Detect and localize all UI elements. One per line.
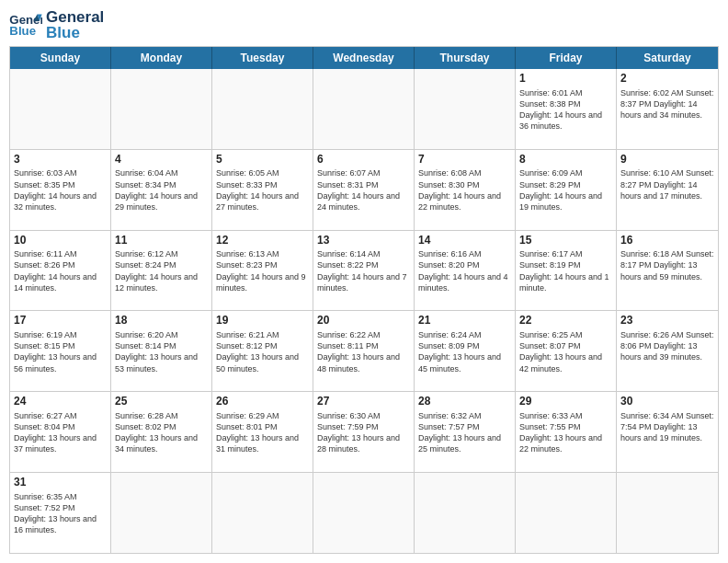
day-number: 24 (14, 395, 107, 409)
calendar-cell (617, 473, 718, 553)
calendar-cell: 8Sunrise: 6:09 AM Sunset: 8:29 PM Daylig… (516, 150, 617, 230)
calendar-cell (212, 473, 313, 553)
header-tuesday: Tuesday (212, 47, 313, 69)
calendar-cell: 20Sunrise: 6:22 AM Sunset: 8:11 PM Dayli… (313, 311, 415, 391)
day-info: Sunrise: 6:10 AM Sunset: 8:27 PM Dayligh… (620, 167, 714, 201)
calendar-cell (111, 473, 212, 553)
calendar-cell: 25Sunrise: 6:28 AM Sunset: 8:02 PM Dayli… (111, 392, 212, 472)
day-number: 7 (418, 153, 511, 167)
calendar-cell: 9Sunrise: 6:10 AM Sunset: 8:27 PM Daylig… (617, 150, 718, 230)
day-info: Sunrise: 6:35 AM Sunset: 7:52 PM Dayligh… (14, 491, 107, 536)
day-number: 29 (519, 395, 612, 409)
day-info: Sunrise: 6:08 AM Sunset: 8:30 PM Dayligh… (418, 167, 511, 213)
calendar-cell: 1Sunrise: 6:01 AM Sunset: 8:38 PM Daylig… (516, 69, 617, 149)
header-monday: Monday (111, 47, 212, 69)
day-number: 15 (519, 234, 612, 248)
day-number: 12 (216, 234, 309, 248)
calendar-cell: 10Sunrise: 6:11 AM Sunset: 8:26 PM Dayli… (10, 231, 111, 311)
calendar-week-3: 10Sunrise: 6:11 AM Sunset: 8:26 PM Dayli… (10, 231, 718, 312)
day-number: 10 (14, 234, 107, 248)
logo-general: General (46, 9, 104, 25)
calendar-cell: 16Sunrise: 6:18 AM Sunset: 8:17 PM Dayli… (617, 231, 718, 311)
day-number: 3 (14, 153, 107, 167)
day-info: Sunrise: 6:26 AM Sunset: 8:06 PM Dayligh… (620, 329, 714, 362)
calendar-cell: 3Sunrise: 6:03 AM Sunset: 8:35 PM Daylig… (10, 150, 111, 230)
calendar-cell: 29Sunrise: 6:33 AM Sunset: 7:55 PM Dayli… (516, 392, 617, 472)
day-info: Sunrise: 6:21 AM Sunset: 8:12 PM Dayligh… (216, 329, 309, 374)
day-info: Sunrise: 6:13 AM Sunset: 8:23 PM Dayligh… (216, 248, 309, 293)
day-number: 9 (620, 153, 714, 167)
day-number: 21 (418, 314, 511, 328)
calendar-cell: 18Sunrise: 6:20 AM Sunset: 8:14 PM Dayli… (111, 311, 212, 391)
day-info: Sunrise: 6:28 AM Sunset: 8:02 PM Dayligh… (115, 410, 208, 455)
day-number: 8 (519, 153, 612, 167)
calendar-cell (313, 473, 415, 553)
header-wednesday: Wednesday (313, 47, 415, 69)
header-friday: Friday (516, 47, 617, 69)
day-number: 17 (14, 314, 107, 328)
day-info: Sunrise: 6:01 AM Sunset: 8:38 PM Dayligh… (519, 87, 612, 132)
day-info: Sunrise: 6:30 AM Sunset: 7:59 PM Dayligh… (317, 410, 410, 455)
calendar-header: Sunday Monday Tuesday Wednesday Thursday… (10, 47, 718, 69)
calendar-week-6: 31Sunrise: 6:35 AM Sunset: 7:52 PM Dayli… (10, 473, 718, 553)
day-number: 2 (620, 72, 714, 86)
day-info: Sunrise: 6:25 AM Sunset: 8:07 PM Dayligh… (519, 329, 612, 374)
calendar-cell: 12Sunrise: 6:13 AM Sunset: 8:23 PM Dayli… (212, 231, 313, 311)
day-info: Sunrise: 6:32 AM Sunset: 7:57 PM Dayligh… (418, 410, 511, 455)
day-info: Sunrise: 6:24 AM Sunset: 8:09 PM Dayligh… (418, 329, 511, 374)
day-info: Sunrise: 6:11 AM Sunset: 8:26 PM Dayligh… (14, 248, 107, 293)
logo-blue: Blue (46, 25, 104, 40)
day-number: 22 (519, 314, 612, 328)
calendar-cell: 5Sunrise: 6:05 AM Sunset: 8:33 PM Daylig… (212, 150, 313, 230)
day-number: 18 (115, 314, 208, 328)
day-info: Sunrise: 6:05 AM Sunset: 8:33 PM Dayligh… (216, 167, 309, 213)
calendar-cell (415, 69, 516, 149)
calendar-cell: 7Sunrise: 6:08 AM Sunset: 8:30 PM Daylig… (415, 150, 516, 230)
day-info: Sunrise: 6:29 AM Sunset: 8:01 PM Dayligh… (216, 410, 309, 455)
day-number: 6 (317, 153, 410, 167)
calendar-cell: 13Sunrise: 6:14 AM Sunset: 8:22 PM Dayli… (313, 231, 415, 311)
calendar: Sunday Monday Tuesday Wednesday Thursday… (9, 46, 719, 554)
day-info: Sunrise: 6:16 AM Sunset: 8:20 PM Dayligh… (418, 248, 511, 293)
day-info: Sunrise: 6:20 AM Sunset: 8:14 PM Dayligh… (115, 329, 208, 374)
day-info: Sunrise: 6:07 AM Sunset: 8:31 PM Dayligh… (317, 167, 410, 213)
calendar-cell: 19Sunrise: 6:21 AM Sunset: 8:12 PM Dayli… (212, 311, 313, 391)
calendar-body: 1Sunrise: 6:01 AM Sunset: 8:38 PM Daylig… (10, 69, 718, 553)
day-info: Sunrise: 6:03 AM Sunset: 8:35 PM Dayligh… (14, 167, 107, 213)
day-number: 11 (115, 234, 208, 248)
header-sunday: Sunday (10, 47, 111, 69)
calendar-cell: 2Sunrise: 6:02 AM Sunset: 8:37 PM Daylig… (617, 69, 718, 149)
day-number: 19 (216, 314, 309, 328)
header: General Blue General Blue (9, 9, 719, 40)
day-number: 4 (115, 153, 208, 167)
day-number: 16 (620, 234, 714, 248)
calendar-week-5: 24Sunrise: 6:27 AM Sunset: 8:04 PM Dayli… (10, 392, 718, 473)
day-info: Sunrise: 6:09 AM Sunset: 8:29 PM Dayligh… (519, 167, 612, 213)
day-number: 23 (620, 314, 714, 328)
calendar-week-4: 17Sunrise: 6:19 AM Sunset: 8:15 PM Dayli… (10, 311, 718, 392)
day-info: Sunrise: 6:18 AM Sunset: 8:17 PM Dayligh… (620, 248, 714, 282)
day-info: Sunrise: 6:14 AM Sunset: 8:22 PM Dayligh… (317, 248, 410, 293)
day-info: Sunrise: 6:17 AM Sunset: 8:19 PM Dayligh… (519, 248, 612, 293)
generalblue-icon: General Blue (9, 11, 42, 39)
day-number: 27 (317, 395, 410, 409)
day-number: 30 (620, 395, 714, 409)
logo: General Blue General Blue (9, 9, 104, 40)
calendar-cell (415, 473, 516, 553)
calendar-cell: 28Sunrise: 6:32 AM Sunset: 7:57 PM Dayli… (415, 392, 516, 472)
calendar-week-2: 3Sunrise: 6:03 AM Sunset: 8:35 PM Daylig… (10, 150, 718, 231)
calendar-cell: 30Sunrise: 6:34 AM Sunset: 7:54 PM Dayli… (617, 392, 718, 472)
day-number: 1 (519, 72, 612, 86)
calendar-cell: 24Sunrise: 6:27 AM Sunset: 8:04 PM Dayli… (10, 392, 111, 472)
day-number: 5 (216, 153, 309, 167)
day-info: Sunrise: 6:12 AM Sunset: 8:24 PM Dayligh… (115, 248, 208, 293)
calendar-cell: 21Sunrise: 6:24 AM Sunset: 8:09 PM Dayli… (415, 311, 516, 391)
day-info: Sunrise: 6:22 AM Sunset: 8:11 PM Dayligh… (317, 329, 410, 374)
header-saturday: Saturday (617, 47, 718, 69)
calendar-cell: 14Sunrise: 6:16 AM Sunset: 8:20 PM Dayli… (415, 231, 516, 311)
day-info: Sunrise: 6:33 AM Sunset: 7:55 PM Dayligh… (519, 410, 612, 455)
calendar-cell (111, 69, 212, 149)
calendar-cell (516, 473, 617, 553)
day-info: Sunrise: 6:19 AM Sunset: 8:15 PM Dayligh… (14, 329, 107, 374)
calendar-cell: 23Sunrise: 6:26 AM Sunset: 8:06 PM Dayli… (617, 311, 718, 391)
